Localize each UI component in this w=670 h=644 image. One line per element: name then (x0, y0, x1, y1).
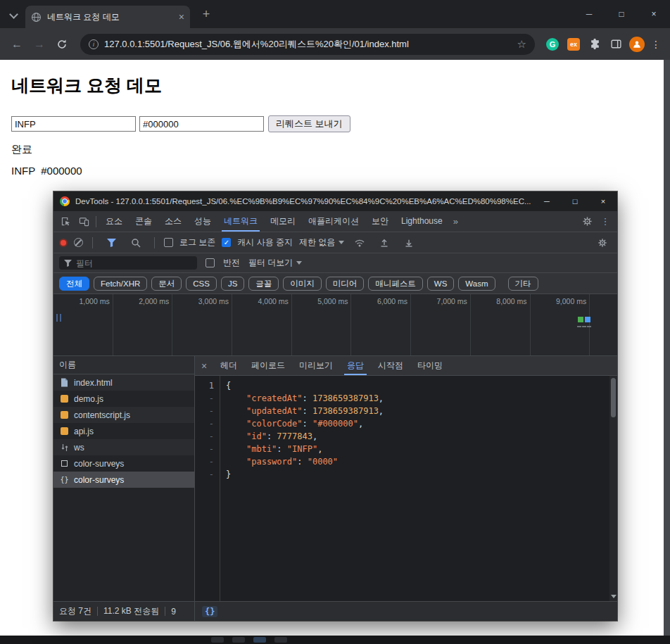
detail-tab-payload[interactable]: 페이로드 (244, 356, 292, 375)
tab-network[interactable]: 네트워크 (217, 211, 264, 232)
detail-tab-initiator[interactable]: 시작점 (371, 356, 410, 375)
tab-sources[interactable]: 소스 (158, 211, 188, 232)
devtools-close-button[interactable]: × (589, 191, 617, 211)
forward-button[interactable]: → (30, 34, 49, 54)
request-form: 리퀘스트 보내기 (11, 115, 659, 132)
site-info-icon[interactable]: i (89, 39, 99, 49)
request-row-contentscript-js[interactable]: contentscript.js (53, 407, 194, 423)
request-row-color-surveys-preflight[interactable]: color-surveys (53, 455, 194, 472)
disable-cache-checkbox[interactable]: ✓ (222, 238, 231, 247)
chip-manifest[interactable]: 매니페스트 (368, 277, 423, 291)
minimize-button[interactable]: ─ (573, 0, 605, 28)
devtools-minimize-button[interactable]: ─ (533, 191, 561, 211)
chip-img[interactable]: 이미지 (283, 277, 322, 291)
import-har-icon[interactable] (375, 234, 393, 252)
request-status-text: 완료 (11, 143, 659, 156)
search-tabs-icon[interactable] (8, 10, 18, 20)
tab-title: 네트워크 요청 데모 (47, 11, 173, 23)
export-har-icon[interactable] (400, 234, 418, 252)
chip-doc[interactable]: 문서 (151, 277, 182, 291)
filter-field[interactable] (59, 256, 197, 270)
extensions-puzzle-icon[interactable] (586, 34, 604, 54)
network-settings-gear-icon[interactable] (593, 234, 612, 252)
grammarly-extension-icon[interactable]: G (543, 34, 562, 54)
more-filters-button[interactable]: 필터 더보기 (248, 257, 302, 269)
devtools-menu-kebab-icon[interactable]: ⋮ (596, 213, 614, 231)
chip-wasm[interactable]: Wasm (458, 277, 495, 291)
throttling-select[interactable]: 제한 없음 (299, 236, 344, 248)
scrollbar-thumb[interactable] (611, 378, 616, 417)
address-bar[interactable]: i 127.0.0.1:5501/Request_JS/06.웹에서%20리퀘스… (80, 34, 535, 55)
preserve-log-checkbox[interactable] (164, 238, 173, 247)
mbti-input[interactable] (11, 116, 136, 132)
url-text[interactable]: 127.0.0.1:5501/Request_JS/06.웹에서%20리퀘스트%… (104, 38, 512, 51)
chip-all[interactable]: 전체 (59, 277, 89, 291)
side-panel-icon[interactable] (607, 34, 625, 54)
detail-tab-preview[interactable]: 미리보기 (292, 356, 340, 375)
request-name: demo.js (74, 394, 103, 404)
search-icon[interactable] (127, 234, 145, 252)
detail-tab-timing[interactable]: 타이밍 (410, 356, 450, 375)
device-toolbar-icon[interactable] (75, 213, 93, 231)
chip-font[interactable]: 글꼴 (248, 277, 279, 291)
close-detail-icon[interactable]: × (195, 360, 213, 372)
tab-console[interactable]: 콘솔 (129, 211, 158, 232)
request-row-color-surveys-selected[interactable]: {} color-surveys (53, 472, 194, 488)
chip-css[interactable]: CSS (186, 277, 217, 291)
pretty-print-button[interactable]: {} (202, 606, 217, 617)
tab-performance[interactable]: 성능 (188, 211, 217, 232)
inspect-element-icon[interactable] (56, 213, 75, 231)
ex-extension-icon[interactable]: ex (564, 34, 583, 54)
devtools-titlebar[interactable]: DevTools - 127.0.0.1:5501/Request_JS/06.… (53, 191, 617, 211)
bookmark-star-icon[interactable]: ☆ (517, 38, 526, 51)
scroll-down-icon[interactable] (611, 595, 617, 598)
chip-other[interactable]: 기타 (508, 277, 538, 291)
tab-close-icon[interactable]: × (179, 12, 184, 22)
tab-security[interactable]: 보안 (365, 211, 395, 232)
request-name: color-surveys (74, 475, 124, 485)
browser-tab[interactable]: 네트워크 요청 데모 × (25, 6, 190, 28)
network-conditions-icon[interactable] (350, 234, 369, 252)
chip-js[interactable]: JS (221, 277, 244, 291)
tab-elements[interactable]: 요소 (99, 211, 129, 232)
tab-memory[interactable]: 메모리 (264, 211, 302, 232)
detail-tab-response[interactable]: 응답 (340, 356, 371, 375)
detail-tab-headers[interactable]: 헤더 (213, 356, 244, 375)
request-row-ws[interactable]: ws (53, 439, 194, 455)
timeline-tick: 1,000 ms (53, 294, 113, 305)
chip-fetch-xhr[interactable]: Fetch/XHR (94, 277, 147, 291)
maximize-button[interactable]: □ (605, 0, 638, 28)
tab-application[interactable]: 애플리케이션 (302, 211, 365, 232)
dropdown-caret-icon (296, 261, 302, 265)
devtools-settings-gear-icon[interactable] (578, 213, 596, 231)
back-button[interactable]: ← (7, 34, 27, 54)
chip-ws[interactable]: WS (427, 277, 455, 291)
devtools-maximize-button[interactable]: □ (561, 191, 589, 211)
close-button[interactable]: × (638, 0, 670, 28)
request-row-index-html[interactable]: index.html (53, 374, 194, 391)
chip-media[interactable]: 미디어 (326, 277, 365, 291)
column-header-name[interactable]: 이름 (53, 356, 194, 374)
invert-filter-checkbox[interactable] (206, 258, 215, 267)
clear-network-log-icon[interactable] (74, 238, 83, 247)
response-editor[interactable]: 1 - - - - - - - { "createdAt": 173865938… (195, 376, 617, 601)
send-request-button[interactable]: 리퀘스트 보내기 (268, 115, 350, 132)
color-code-input[interactable] (139, 116, 264, 132)
more-tabs-icon[interactable]: » (449, 216, 462, 227)
timeline-tick: 5,000 ms (292, 294, 351, 305)
filter-funnel-icon[interactable] (102, 234, 120, 252)
timeline-activity-bar-blue (585, 317, 590, 322)
page-scrollbar[interactable] (664, 60, 670, 636)
reload-button[interactable] (52, 34, 72, 54)
browser-menu-kebab-icon[interactable]: ⋮ (649, 39, 663, 50)
new-tab-button[interactable]: + (198, 6, 214, 22)
editor-scrollbar[interactable] (609, 376, 617, 601)
request-row-demo-js[interactable]: demo.js (53, 391, 194, 407)
profile-avatar[interactable] (628, 34, 646, 54)
network-timeline-overview[interactable]: 1,000 ms 2,000 ms 3,000 ms 4,000 ms 5,00… (53, 294, 617, 356)
record-network-log-button[interactable] (59, 239, 68, 247)
tab-lighthouse[interactable]: Lighthouse (395, 211, 449, 232)
network-filter-input[interactable] (76, 258, 192, 268)
request-row-api-js[interactable]: api.js (53, 423, 194, 439)
timeline-tick: 2,000 ms (113, 294, 172, 305)
